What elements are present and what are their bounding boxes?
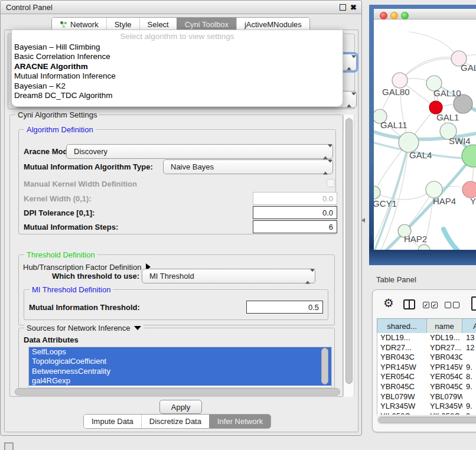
mi-algorithm-type-combobox[interactable]: Naive Bayes bbox=[163, 159, 333, 174]
table-row[interactable]: YDR27...YDR27...12 bbox=[377, 343, 476, 353]
apply-button[interactable]: Apply bbox=[159, 400, 202, 414]
algorithm-option-mutual-information-inference[interactable]: Mutual Information Inference bbox=[12, 71, 343, 81]
table-cell: YBL079W bbox=[377, 392, 427, 402]
tab-label: Style bbox=[115, 20, 132, 29]
list-scrollbar-thumb[interactable] bbox=[321, 348, 328, 384]
screen: Control Panel ✖ NetworkStyleSelectCyni T… bbox=[0, 0, 476, 450]
dpi-tolerance-label: DPI Tolerance [0,1]: bbox=[24, 208, 94, 217]
algorithm-option-dream8-dc-tdc-algorithm[interactable]: Dream8 DC_TDC Algorithm bbox=[12, 91, 343, 100]
table-hscrollbar-thumb[interactable] bbox=[379, 417, 476, 423]
dpi-tolerance-field[interactable]: 0.0 bbox=[253, 206, 337, 219]
tab-infer-network[interactable]: Infer Network bbox=[209, 415, 270, 428]
table-cell bbox=[462, 392, 476, 402]
column-header-a[interactable]: A bbox=[462, 319, 476, 334]
close-icon[interactable]: ✖ bbox=[350, 4, 357, 11]
manual-kernel-width-checkbox[interactable] bbox=[327, 179, 335, 187]
attribute-item-gal4rgexp[interactable]: gal4RGexp bbox=[29, 376, 331, 386]
network-node-gcy1[interactable] bbox=[374, 186, 380, 199]
table-header: shared...nameA bbox=[377, 318, 476, 334]
tab-label: Infer Network bbox=[217, 417, 263, 426]
table-hscrollbar[interactable] bbox=[377, 416, 476, 424]
stepper-icon bbox=[347, 95, 351, 104]
data-attributes-list[interactable]: SelfLoopsTopologicalCoefficientBetweenne… bbox=[28, 347, 332, 388]
network-node[interactable] bbox=[462, 145, 476, 167]
column-header-shared[interactable]: shared... bbox=[377, 319, 427, 334]
document-icon[interactable] bbox=[471, 296, 476, 311]
attribute-item-selfloops[interactable]: SelfLoops bbox=[29, 347, 331, 357]
unchecked-checkbox-icon[interactable] bbox=[453, 302, 459, 308]
table-row[interactable]: YPR145WYPR145W9. bbox=[377, 363, 476, 373]
table-cell: YBL079W bbox=[427, 392, 462, 402]
settings-vscrollbar[interactable] bbox=[343, 115, 354, 397]
node-label-hap2: HAP2 bbox=[404, 234, 427, 244]
mi-type-label: Mutual Information Algorithm Type: bbox=[24, 162, 153, 171]
table-cell: YLR345W bbox=[377, 402, 427, 412]
table-cell: YDR27... bbox=[377, 343, 427, 353]
table-row[interactable]: YDL19...YDL19...13 bbox=[377, 333, 476, 343]
attribute-item-betweennesscentrality[interactable]: BetweennessCentrality bbox=[29, 367, 331, 376]
checked-checkbox-icon[interactable]: ✓ bbox=[423, 302, 429, 308]
which-threshold-combobox[interactable]: MI Threshold bbox=[142, 269, 315, 283]
data-attributes-label: Data Attributes bbox=[24, 335, 79, 344]
network-canvas[interactable]: GALGAL80GAL10GAL1GAL11SWI4GAL4GCY1HAP4YH… bbox=[374, 19, 476, 250]
algorithm-option-bayesian-k2[interactable]: Bayesian – K2 bbox=[12, 81, 343, 91]
docked-panel-icon[interactable] bbox=[4, 442, 14, 450]
table-cell: 13 bbox=[462, 333, 476, 343]
split-columns-icon[interactable] bbox=[403, 299, 415, 309]
settings-vscrollbar-thumb[interactable] bbox=[345, 118, 353, 384]
settings-hscrollbar-thumb[interactable] bbox=[15, 388, 340, 396]
network-node-gal4[interactable] bbox=[399, 132, 419, 152]
which-threshold-value: MI Threshold bbox=[149, 272, 194, 281]
manual-kernel-width-label: Manual Kernel Width Definition bbox=[24, 180, 137, 188]
algorithm-option-bayesian-hill-climbing[interactable]: Bayesian – Hill Climbing bbox=[12, 43, 343, 52]
tab-discretize-data[interactable]: Discretize Data bbox=[141, 415, 209, 428]
node-label-gal10: GAL10 bbox=[433, 88, 461, 98]
table-cell: YER054C bbox=[377, 372, 427, 382]
table-row[interactable]: YBR043CYBR043C bbox=[377, 353, 476, 363]
kernel-width-field[interactable]: 0.0 bbox=[253, 192, 337, 205]
expanded-arrow-icon bbox=[134, 326, 141, 330]
network-view-window: GALGAL80GAL10GAL1GAL11SWI4GAL4GCY1HAP4YH… bbox=[369, 5, 476, 265]
splitter-arrow-icon[interactable] bbox=[361, 218, 365, 223]
mi-steps-value: 6 bbox=[329, 223, 333, 231]
unchecked-checkbox-icon[interactable] bbox=[445, 302, 451, 308]
network-node-gal80[interactable] bbox=[392, 73, 407, 88]
cyni-algorithm-settings-group: Cyni Algorithm Settings Algorithm Defini… bbox=[9, 115, 343, 397]
network-node-y[interactable] bbox=[462, 181, 476, 198]
tab-impute-data[interactable]: Impute Data bbox=[84, 415, 141, 428]
table-row[interactable]: YLR345WYLR345W9. bbox=[377, 402, 476, 412]
control-panel-window: Control Panel ✖ NetworkStyleSelectCyni T… bbox=[0, 0, 362, 436]
table-cell: YDR27... bbox=[427, 343, 462, 353]
table-row[interactable]: YBL079WYBL079W bbox=[377, 392, 476, 402]
network-node-hap4[interactable] bbox=[426, 181, 442, 198]
attribute-item-topologicalcoefficient[interactable]: TopologicalCoefficient bbox=[29, 357, 331, 366]
network-edge bbox=[444, 229, 476, 250]
table-cell: YDL19... bbox=[427, 333, 462, 343]
stepper-icon bbox=[347, 58, 351, 67]
bottom-tabbar: Impute DataDiscretize DataInfer Network bbox=[83, 414, 271, 429]
table-cell: YPR145W bbox=[377, 363, 427, 373]
gear-icon[interactable]: ⚙ bbox=[383, 297, 394, 309]
mi-steps-field[interactable]: 6 bbox=[253, 220, 337, 233]
kernel-width-label: Kernel Width (0,1): bbox=[24, 194, 92, 203]
stepper-icon bbox=[305, 272, 310, 281]
node-label-gal4: GAL4 bbox=[409, 150, 432, 160]
network-node[interactable] bbox=[418, 244, 430, 250]
table-cell: 9. bbox=[462, 402, 476, 412]
table-row[interactable]: YBR045CYBR045C9. bbox=[377, 382, 476, 392]
tab-label: Impute Data bbox=[92, 417, 133, 426]
which-threshold-label: Which threshold to use: bbox=[52, 272, 139, 281]
mi-threshold-value: 0.5 bbox=[308, 303, 319, 312]
algorithm-option-aracne-algorithm[interactable]: ARACNE Algorithm bbox=[12, 62, 343, 71]
column-header-name[interactable]: name bbox=[427, 319, 462, 334]
stepper-icon bbox=[323, 147, 328, 156]
table-cell: 9. bbox=[462, 363, 476, 373]
table-row[interactable]: YER054CYER054C8. bbox=[377, 372, 476, 382]
algorithm-option-basic-correlation-inference[interactable]: Basic Correlation Inference bbox=[12, 52, 343, 61]
node-label-y: Y bbox=[470, 196, 476, 206]
checked-checkbox-icon[interactable]: ✓ bbox=[431, 302, 438, 308]
table-row[interactable]: YIL052CYIL052C9 bbox=[377, 412, 476, 415]
mi-threshold-field[interactable]: 0.5 bbox=[246, 301, 323, 314]
float-icon[interactable] bbox=[340, 4, 346, 11]
aracne-mode-combobox[interactable]: Discovery bbox=[66, 144, 333, 159]
